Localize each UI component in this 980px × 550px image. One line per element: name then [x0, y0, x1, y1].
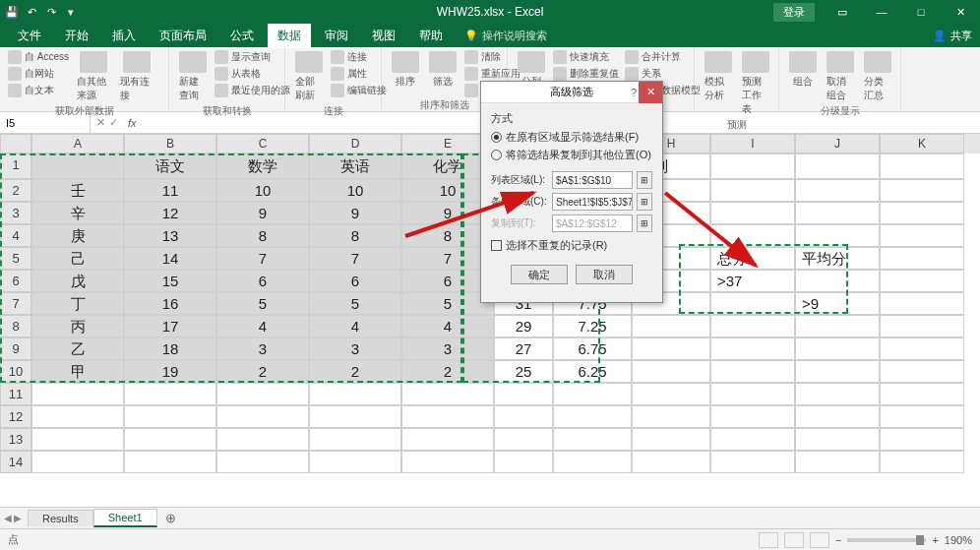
- save-icon[interactable]: 💾: [4, 4, 20, 20]
- cell-B11[interactable]: [124, 383, 216, 405]
- cell-H10[interactable]: [632, 360, 710, 383]
- col-header-D[interactable]: D: [309, 134, 401, 153]
- cell-A11[interactable]: [31, 383, 124, 405]
- recent-sources-button[interactable]: 最近使用的源: [213, 83, 292, 98]
- share-button[interactable]: 👤 共享: [933, 29, 972, 43]
- cell-G12[interactable]: [553, 405, 632, 428]
- cell-K8[interactable]: [880, 315, 964, 337]
- tab-layout[interactable]: 页面布局: [150, 24, 216, 48]
- cell-A12[interactable]: [31, 405, 124, 428]
- qat-more-icon[interactable]: ▾: [63, 4, 79, 20]
- properties-button[interactable]: 属性: [329, 66, 389, 82]
- cell-A9[interactable]: 乙: [31, 337, 124, 360]
- cell-J8[interactable]: [795, 315, 880, 337]
- cell-C3[interactable]: 9: [216, 202, 309, 224]
- cell-D6[interactable]: 6: [309, 270, 401, 292]
- minimize-button[interactable]: —: [862, 0, 901, 24]
- row-header-4[interactable]: 4: [0, 224, 31, 247]
- cell-H14[interactable]: [632, 451, 710, 473]
- cell-A6[interactable]: 戊: [31, 270, 124, 292]
- tab-view[interactable]: 视图: [362, 24, 405, 48]
- add-sheet-button[interactable]: ⊕: [157, 509, 184, 527]
- zoom-out-icon[interactable]: −: [835, 534, 841, 546]
- cell-B4[interactable]: 13: [124, 224, 216, 247]
- cell-K13[interactable]: [880, 428, 964, 451]
- cell-G11[interactable]: [553, 383, 632, 405]
- filter-button[interactable]: 筛选: [425, 49, 460, 91]
- cell-G10[interactable]: 6.25: [553, 360, 632, 383]
- redo-icon[interactable]: ↷: [43, 4, 59, 20]
- cell-E12[interactable]: [401, 405, 494, 428]
- cell-J7[interactable]: >9: [795, 292, 880, 315]
- cell-J11[interactable]: [795, 383, 880, 405]
- cell-I1[interactable]: [710, 153, 795, 179]
- ungroup-button[interactable]: 取消组合: [823, 49, 858, 104]
- cell-G13[interactable]: [553, 428, 632, 451]
- cell-D5[interactable]: 7: [309, 247, 401, 270]
- col-header-K[interactable]: K: [880, 134, 964, 153]
- cell-G14[interactable]: [553, 451, 632, 473]
- cell-J12[interactable]: [795, 405, 880, 428]
- from-web-button[interactable]: 自网站: [6, 66, 71, 82]
- criteria-range-input[interactable]: Sheet1!$I$5:$J$7: [552, 193, 633, 211]
- col-header-I[interactable]: I: [710, 134, 795, 153]
- cell-I9[interactable]: [710, 337, 795, 360]
- cell-E14[interactable]: [401, 451, 494, 473]
- cell-J10[interactable]: [795, 360, 880, 383]
- cell-D14[interactable]: [309, 451, 401, 473]
- cell-D2[interactable]: 10: [309, 179, 401, 202]
- cell-I10[interactable]: [710, 360, 795, 383]
- cell-C7[interactable]: 5: [216, 292, 309, 315]
- cell-B10[interactable]: 19: [124, 360, 216, 383]
- select-all-corner[interactable]: [0, 134, 31, 153]
- cell-C2[interactable]: 10: [216, 179, 309, 202]
- cell-B13[interactable]: [124, 428, 216, 451]
- tell-me-search[interactable]: 💡 操作说明搜索: [464, 29, 547, 43]
- row-header-1[interactable]: 1: [0, 153, 31, 179]
- cell-C13[interactable]: [216, 428, 309, 451]
- cell-D4[interactable]: 8: [309, 224, 401, 247]
- cell-K10[interactable]: [880, 360, 964, 383]
- from-text-button[interactable]: 自文本: [6, 83, 71, 98]
- cell-I3[interactable]: [710, 202, 795, 224]
- undo-icon[interactable]: ↶: [24, 4, 39, 20]
- row-header-13[interactable]: 13: [0, 428, 31, 451]
- sort-button[interactable]: 排序: [388, 49, 423, 91]
- cell-A3[interactable]: 辛: [31, 202, 124, 224]
- cell-H8[interactable]: [632, 315, 710, 337]
- cell-I5[interactable]: 总分: [710, 247, 795, 270]
- cell-K5[interactable]: [880, 247, 964, 270]
- cell-J1[interactable]: [795, 153, 880, 179]
- dialog-help-icon[interactable]: ?: [631, 87, 637, 98]
- tab-file[interactable]: 文件: [8, 24, 51, 48]
- cell-H13[interactable]: [632, 428, 710, 451]
- cell-F10[interactable]: 25: [494, 360, 553, 383]
- existing-conn-button[interactable]: 现有连接: [116, 49, 157, 104]
- group-button[interactable]: 组合: [785, 49, 821, 91]
- sheet-tab-results[interactable]: Results: [28, 510, 93, 526]
- page-layout-icon[interactable]: [784, 532, 804, 548]
- cell-A13[interactable]: [31, 428, 124, 451]
- col-header-C[interactable]: C: [216, 134, 309, 153]
- range-picker-icon[interactable]: ⊞: [637, 214, 652, 232]
- cell-A10[interactable]: 甲: [31, 360, 124, 383]
- cell-C8[interactable]: 4: [216, 315, 309, 337]
- forecast-button[interactable]: 预测工作表: [738, 49, 773, 118]
- cell-F13[interactable]: [494, 428, 553, 451]
- cell-C12[interactable]: [216, 405, 309, 428]
- cell-K2[interactable]: [880, 179, 964, 202]
- sheet-nav-next-icon[interactable]: ▶: [14, 513, 22, 523]
- cell-E13[interactable]: [401, 428, 494, 451]
- login-button[interactable]: 登录: [773, 3, 815, 22]
- cell-D12[interactable]: [309, 405, 401, 428]
- cell-I6[interactable]: >37: [710, 270, 795, 292]
- cell-D7[interactable]: 5: [309, 292, 401, 315]
- cell-E9[interactable]: 3: [401, 337, 494, 360]
- new-query-button[interactable]: 新建查询: [175, 49, 211, 104]
- cell-C4[interactable]: 8: [216, 224, 309, 247]
- cell-J5[interactable]: 平均分: [795, 247, 880, 270]
- cell-D8[interactable]: 4: [309, 315, 401, 337]
- maximize-button[interactable]: □: [901, 0, 941, 24]
- unique-records-checkbox[interactable]: 选择不重复的记录(R): [491, 238, 652, 253]
- cell-B5[interactable]: 14: [124, 247, 216, 270]
